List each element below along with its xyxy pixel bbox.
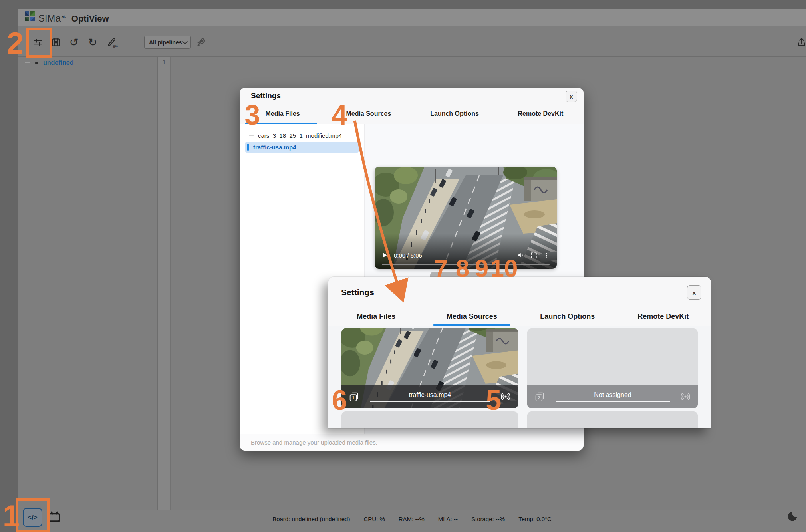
undo-icon: ↺ — [69, 37, 79, 48]
settings-tabs: Media Files Media Sources Launch Options… — [240, 104, 584, 124]
chevron-down-icon — [182, 38, 188, 44]
broadcast-icon[interactable] — [680, 391, 691, 402]
annotation-box-1 — [16, 498, 50, 532]
status-storage: Storage: --% — [471, 516, 505, 522]
app-header: SiMa ai. OptiView — [18, 9, 806, 26]
close-button[interactable]: x — [687, 285, 701, 300]
export-button[interactable] — [795, 36, 806, 49]
file-row[interactable]: cars_3_18_25_1_modified.mp4 — [245, 130, 359, 141]
redo-button[interactable]: ↻ — [86, 36, 99, 49]
annotation-8: 8 — [456, 256, 469, 281]
tv-icon — [48, 510, 61, 523]
line-number: 1 — [158, 59, 170, 66]
file-marker-icon — [249, 135, 254, 136]
video-player[interactable]: 0:00 / 5:06 — [375, 167, 557, 269]
pipeline-tree-item[interactable]: undefined — [25, 59, 73, 66]
dialog-header: Settings — [328, 277, 711, 308]
tree-bullet-icon — [35, 62, 38, 64]
status-bar: Board: undefined (undefined) CPU: % RAM:… — [18, 510, 806, 532]
pipeline-name: undefined — [43, 59, 73, 66]
footer-hint: Browse and manage your uploaded media fi… — [251, 439, 377, 446]
dialog-title: Settings — [341, 288, 374, 297]
redo-icon: ↻ — [88, 37, 97, 48]
file-row-selected[interactable]: traffic-usa.mp4 — [245, 142, 359, 153]
close-button[interactable]: x — [566, 91, 577, 102]
pipeline-filter-value: All pipelines — [149, 39, 183, 46]
broadcast-icon[interactable] — [500, 391, 511, 402]
save-icon — [51, 37, 61, 48]
tab-remote-devkit[interactable]: Remote DevKit — [615, 308, 711, 326]
launch-pipeline-button[interactable] — [195, 36, 208, 49]
svg-text:1: 1 — [352, 395, 355, 400]
screen: SiMa ai. OptiView ↺ ↻ gst All pipelines — [0, 0, 806, 532]
status-temp: Temp: 0.0°C — [518, 516, 552, 522]
dialog-title: Settings — [251, 91, 281, 100]
selected-pill-icon — [247, 144, 249, 151]
export-icon — [796, 37, 806, 48]
status-mla: MLA: -- — [438, 516, 458, 522]
tab-launch-options[interactable]: Launch Options — [520, 308, 615, 326]
more-options-icon[interactable] — [543, 252, 550, 259]
status-cpu: CPU: % — [363, 516, 385, 522]
tab-launch-options[interactable]: Launch Options — [412, 104, 498, 124]
pipeline-filter-select[interactable]: All pipelines — [144, 36, 191, 49]
dark-mode-toggle[interactable] — [786, 510, 798, 524]
annotation-6: 6 — [332, 386, 347, 414]
preview-tv-button[interactable] — [48, 510, 61, 525]
source-name-input[interactable]: Not assigned — [556, 391, 670, 402]
brand: SiMa ai. OptiView — [24, 11, 109, 24]
close-icon: x — [570, 93, 573, 100]
toolbar: ↺ ↻ gst All pipelines — [18, 26, 806, 57]
source-number-icon: 1 — [349, 391, 359, 402]
source-assignment-bar: 2 Not assigned — [527, 385, 698, 408]
annotation-5: 5 — [486, 386, 502, 414]
annotation-2: 2 — [7, 28, 24, 58]
annotation-4: 4 — [332, 101, 347, 129]
tab-media-files[interactable]: Media Files — [328, 308, 424, 326]
media-source-card-4[interactable] — [527, 411, 698, 428]
annotation-7: 7 — [434, 256, 448, 281]
file-name: traffic-usa.mp4 — [253, 144, 296, 151]
status-board: Board: undefined (undefined) — [272, 516, 350, 522]
close-icon: x — [693, 289, 696, 296]
play-icon[interactable] — [382, 252, 388, 258]
product-title: OptiView — [71, 14, 109, 24]
active-tab-underline — [433, 324, 510, 326]
rocket-icon — [196, 37, 207, 48]
video-time: 0:00 / 5:06 — [394, 252, 422, 259]
dialog-footer: Browse and manage your uploaded media fi… — [240, 434, 584, 451]
undo-button[interactable]: ↺ — [67, 36, 81, 49]
file-name: cars_3_18_25_1_modified.mp4 — [258, 132, 342, 139]
svg-text:2: 2 — [538, 395, 540, 400]
pencil-gst-icon: gst — [106, 36, 118, 48]
annotation-3: 3 — [245, 101, 260, 129]
editor-gutter: 1 — [158, 57, 171, 510]
brand-superscript: ai. — [62, 14, 66, 19]
annotation-box-2 — [26, 28, 52, 58]
tab-remote-devkit[interactable]: Remote DevKit — [498, 104, 584, 124]
settings-tabs: Media Files Media Sources Launch Options… — [328, 308, 711, 326]
moon-icon — [786, 510, 798, 522]
annotation-10: 10 — [490, 256, 518, 281]
annotation-1: 1 — [3, 501, 20, 531]
tree-collapse-icon[interactable] — [25, 62, 30, 63]
media-source-card-2[interactable]: 2 Not assigned — [527, 328, 698, 408]
sima-logo-icon — [24, 11, 35, 22]
source-name-input[interactable]: traffic-usa.mp4 — [370, 391, 490, 402]
settings-dialog-media-sources: Settings x Media Files Media Sources Lau… — [328, 277, 711, 428]
status-ram: RAM: --% — [399, 516, 425, 522]
source-number-icon: 2 — [534, 391, 545, 402]
brand-name: SiMa — [38, 13, 61, 24]
edit-gst-button[interactable]: gst — [105, 36, 119, 49]
dialog-header: Settings — [240, 88, 584, 104]
fullscreen-icon[interactable] — [530, 252, 538, 259]
annotation-9: 9 — [475, 256, 488, 281]
svg-text:gst: gst — [113, 44, 118, 48]
tab-media-sources[interactable]: Media Sources — [424, 308, 520, 326]
